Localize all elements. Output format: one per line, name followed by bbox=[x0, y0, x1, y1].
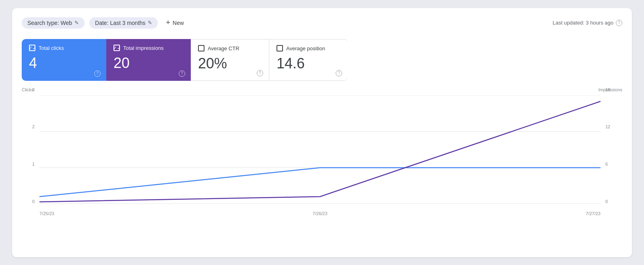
metric-position[interactable]: Average position 14.6 ? bbox=[269, 39, 348, 81]
metric-impressions[interactable]: ✓ Total impressions 20 ? bbox=[106, 39, 191, 81]
ctr-help: ? bbox=[257, 69, 263, 76]
position-help-icon[interactable]: ? bbox=[336, 70, 342, 76]
new-button[interactable]: + New bbox=[163, 16, 187, 29]
x-label-3: 7/27/23 bbox=[586, 211, 601, 216]
clicks-value: 4 bbox=[29, 55, 99, 74]
chart-container: Clicks Impressions 3 2 1 0 18 12 6 0 bbox=[22, 87, 622, 216]
clicks-help: ? bbox=[94, 69, 101, 77]
position-label: Average position bbox=[286, 45, 325, 51]
date-label: Date: Last 3 months bbox=[95, 20, 145, 26]
right-label-6: 6 bbox=[605, 162, 608, 166]
clicks-label: Total clicks bbox=[39, 45, 64, 51]
new-label: New bbox=[173, 20, 184, 26]
x-label-2: 7/26/23 bbox=[313, 211, 328, 216]
ctr-help-icon[interactable]: ? bbox=[257, 70, 263, 76]
right-axis-labels: 18 12 6 0 bbox=[602, 87, 622, 204]
metric-clicks[interactable]: ✓ Total clicks 4 ? bbox=[22, 39, 106, 81]
position-help: ? bbox=[336, 69, 342, 76]
toolbar: Search type: Web ✎ Date: Last 3 months ✎… bbox=[22, 16, 622, 29]
search-type-filter[interactable]: Search type: Web ✎ bbox=[22, 17, 85, 29]
chart-svg bbox=[39, 95, 601, 204]
left-label-1: 1 bbox=[32, 162, 35, 166]
x-label-1: 7/25/23 bbox=[39, 211, 54, 216]
ctr-label: Average CTR bbox=[208, 45, 239, 51]
metric-ctr[interactable]: Average CTR 20% ? bbox=[191, 39, 269, 81]
plus-icon: + bbox=[166, 18, 170, 27]
chart-svg-wrapper bbox=[39, 95, 601, 204]
position-value: 14.6 bbox=[277, 55, 341, 75]
left-label-3: 3 bbox=[32, 87, 35, 92]
metrics-row: ✓ Total clicks 4 ? ✓ Total impressions 2… bbox=[22, 39, 622, 81]
impressions-checkbox-icon: ✓ bbox=[114, 45, 120, 51]
metric-impressions-header: ✓ Total impressions bbox=[114, 45, 184, 51]
edit-date-icon: ✎ bbox=[148, 20, 152, 26]
right-label-0: 0 bbox=[605, 199, 608, 204]
last-updated-info: Last updated: 3 hours ago ? bbox=[553, 20, 622, 26]
impressions-help-icon[interactable]: ? bbox=[179, 70, 185, 77]
position-checkbox-icon bbox=[277, 45, 283, 51]
last-updated-help-icon[interactable]: ? bbox=[616, 20, 622, 26]
clicks-line bbox=[39, 168, 601, 197]
date-filter[interactable]: Date: Last 3 months ✎ bbox=[89, 17, 158, 29]
edit-search-type-icon: ✎ bbox=[74, 20, 79, 26]
impressions-line bbox=[39, 101, 601, 202]
main-card: Search type: Web ✎ Date: Last 3 months ✎… bbox=[12, 8, 632, 257]
impressions-label: Total impressions bbox=[123, 45, 163, 51]
last-updated-text: Last updated: 3 hours ago bbox=[553, 20, 613, 26]
left-label-0: 0 bbox=[32, 199, 35, 204]
metric-ctr-header: Average CTR bbox=[198, 45, 262, 51]
metric-clicks-header: ✓ Total clicks bbox=[29, 45, 99, 51]
right-label-18: 18 bbox=[605, 87, 610, 92]
search-type-label: Search type: Web bbox=[27, 20, 72, 26]
ctr-checkbox-icon bbox=[198, 45, 204, 51]
left-label-2: 2 bbox=[32, 124, 35, 129]
impressions-help: ? bbox=[179, 69, 185, 77]
ctr-value: 20% bbox=[198, 55, 262, 75]
impressions-value: 20 bbox=[114, 55, 184, 74]
clicks-checkbox-icon: ✓ bbox=[29, 45, 35, 51]
metric-position-header: Average position bbox=[277, 45, 341, 51]
left-axis-labels: 3 2 1 0 bbox=[22, 87, 38, 204]
right-label-12: 12 bbox=[605, 124, 610, 129]
x-axis-labels: 7/25/23 7/26/23 7/27/23 bbox=[39, 211, 601, 216]
clicks-help-icon[interactable]: ? bbox=[94, 70, 101, 77]
